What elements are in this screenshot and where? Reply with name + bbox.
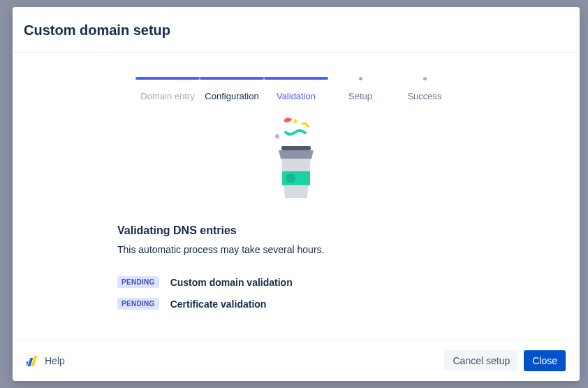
step-dot bbox=[392, 77, 457, 80]
help-label: Help bbox=[45, 355, 65, 366]
status-text: Certificate validation bbox=[170, 299, 267, 310]
step-label: Validation bbox=[277, 91, 316, 101]
step-track bbox=[200, 77, 264, 80]
custom-domain-setup-modal: Custom domain setup Domain entry Configu… bbox=[13, 7, 580, 381]
step-label: Domain entry bbox=[140, 91, 194, 101]
step-domain-entry: Domain entry bbox=[135, 77, 200, 101]
status-row-custom-domain: PENDING Custom domain validation bbox=[117, 276, 475, 288]
step-setup: Setup bbox=[328, 77, 392, 101]
illustration bbox=[117, 114, 475, 205]
close-button[interactable]: Close bbox=[524, 350, 566, 371]
svg-rect-1 bbox=[281, 146, 311, 150]
cancel-setup-button[interactable]: Cancel setup bbox=[444, 350, 518, 371]
step-label: Success bbox=[407, 91, 441, 101]
step-label: Setup bbox=[348, 91, 372, 101]
modal-title: Custom domain setup bbox=[24, 22, 566, 38]
status-text: Custom domain validation bbox=[170, 277, 293, 288]
status-row-certificate: PENDING Certificate validation bbox=[117, 298, 475, 310]
step-success: Success bbox=[392, 77, 457, 101]
status-badge: PENDING bbox=[117, 298, 159, 310]
step-validation: Validation bbox=[264, 77, 328, 101]
progress-stepper: Domain entry Configuration Validation Se… bbox=[117, 77, 475, 101]
svg-point-0 bbox=[275, 134, 279, 138]
status-badge: PENDING bbox=[117, 276, 159, 288]
step-track bbox=[135, 77, 200, 80]
help-icon bbox=[27, 354, 39, 367]
step-dot bbox=[328, 77, 392, 80]
modal-body: Domain entry Configuration Validation Se… bbox=[13, 53, 580, 340]
coffee-cup-confetti-icon bbox=[265, 114, 328, 205]
footer-actions: Cancel setup Close bbox=[444, 350, 566, 371]
modal-footer: Help Cancel setup Close bbox=[13, 340, 580, 381]
section-description: This automatic process may take several … bbox=[117, 244, 475, 255]
status-list: PENDING Custom domain validation PENDING… bbox=[117, 276, 475, 310]
step-configuration: Configuration bbox=[200, 77, 264, 101]
step-track bbox=[264, 77, 328, 80]
step-label: Configuration bbox=[205, 91, 258, 101]
section-heading: Validating DNS entries bbox=[117, 224, 475, 237]
modal-header: Custom domain setup bbox=[13, 7, 580, 53]
svg-point-3 bbox=[286, 173, 295, 183]
help-link[interactable]: Help bbox=[27, 354, 65, 367]
